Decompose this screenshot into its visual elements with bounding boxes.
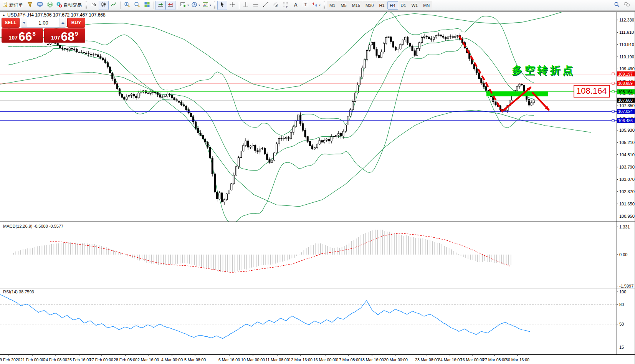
equidistant-channel-button[interactable]: E [271,1,281,10]
svg-text:19 Feb 2020: 19 Feb 2020 [0,357,20,362]
toolbar-separator [120,2,121,9]
deposit-icon [27,2,33,9]
crosshair-button[interactable] [227,1,237,10]
svg-text:110.910: 110.910 [619,42,634,47]
periods-button[interactable]: ▾ [190,1,201,10]
timeframe-m1-button[interactable]: M1 [327,1,338,10]
svg-text:12 Mar 16:00: 12 Mar 16:00 [289,357,313,362]
chevron-down-icon: ▾ [319,4,321,7]
buy-price[interactable]: 107689 [44,28,86,43]
sell-price-figure: 107 [9,35,18,41]
deposit-button[interactable] [25,1,35,10]
chat-icon [624,2,630,9]
timeframe-m5-button[interactable]: M5 [338,1,349,10]
zoom-in-icon [124,2,130,9]
svg-text:107.668: 107.668 [618,98,633,103]
chart-shift-button[interactable] [165,1,175,10]
zoom-in-button[interactable] [122,1,132,10]
bar-chart-button[interactable] [89,1,99,10]
candle-chart-icon [101,2,107,9]
svg-text:112.330: 112.330 [619,18,634,22]
text-label-button[interactable]: T [301,1,311,10]
svg-text:20 Mar 00:00: 20 Mar 00:00 [384,357,408,362]
signals-button[interactable] [45,1,55,10]
svg-text:106.486: 106.486 [618,118,633,123]
text-label-icon: T [303,2,309,9]
sell-button[interactable]: SELL [2,18,20,28]
vertical-line-button[interactable] [241,1,251,10]
svg-text:108.659: 108.659 [618,81,633,86]
chevron-down-icon: ▾ [187,4,189,7]
toolbar-grip[interactable] [86,2,87,9]
svg-text:2 Mar 16:00: 2 Mar 16:00 [137,357,159,362]
volume-input[interactable] [27,18,60,27]
fibonacci-icon: F [283,2,289,9]
candle-chart-button[interactable] [99,1,109,10]
fibonacci-button[interactable]: F [281,1,291,10]
svg-text:-1.5997: -1.5997 [619,284,633,288]
tile-windows-button[interactable] [142,1,152,10]
sell-price[interactable]: 107668 [2,28,43,43]
svg-text:26 Mar 00:00: 26 Mar 00:00 [460,357,484,362]
one-click-trading-panel: SELL BUY 107668 107689 [2,18,85,43]
web-terminal-icon [37,2,43,9]
mt4-window: 新订单自动交易▾▾▾EFAT▾M1M5M15M30H1H4D1W1MN 112.… [0,0,635,364]
trendline-button[interactable] [261,1,271,10]
auto-scroll-button[interactable] [155,1,165,10]
volume-decrease-button[interactable] [21,18,27,27]
auto-scroll-icon [157,2,164,9]
volume-stepper [21,18,66,28]
chart-canvas[interactable]: 112.330111.610110.910110.190109.490108.7… [0,0,635,364]
web-terminal-button[interactable] [35,1,45,10]
svg-text:103.070: 103.070 [619,177,635,182]
new-order-button[interactable]: 新订单 [1,1,25,10]
line-chart-button[interactable] [109,1,119,10]
svg-text:80: 80 [619,302,624,307]
volume-increase-button[interactable] [60,18,66,27]
timeframe-mn-button[interactable]: MN [420,1,432,10]
svg-text:100.950: 100.950 [619,214,635,218]
svg-text:109.197: 109.197 [618,72,633,76]
svg-text:T: T [304,2,307,7]
chat-button[interactable] [622,1,632,10]
timeframe-h4-button[interactable]: H4 [387,1,398,10]
zoom-out-button[interactable] [132,1,142,10]
svg-text:109.490: 109.490 [619,66,635,71]
arrows-button[interactable]: ▾ [311,1,322,10]
zoom-out-icon [134,2,140,9]
svg-text:4 Mar 00:00: 4 Mar 00:00 [161,357,183,362]
buy-button[interactable]: BUY [67,18,85,28]
chart-annotation-text: 多空转折点 [512,63,575,77]
buy-price-pips: 68 [61,31,74,42]
svg-text:27 Feb 00:00: 27 Feb 00:00 [89,357,113,362]
svg-text:10 Mar 00:00: 10 Mar 00:00 [241,357,265,362]
toolbar-grip[interactable] [214,2,215,9]
svg-text:107.024: 107.024 [618,109,633,114]
auto-trading-button[interactable]: 自动交易 [55,1,84,10]
timeframe-m15-button[interactable]: M15 [349,1,363,10]
bar-chart-icon [91,2,97,9]
buy-price-point: 9 [75,30,78,37]
text-button[interactable]: A [291,1,301,10]
buy-price-figure: 107 [51,35,60,41]
toolbar-grip[interactable] [324,2,325,9]
search-button[interactable] [612,1,622,10]
cursor-button[interactable] [217,1,227,10]
horizontal-line-button[interactable] [251,1,261,10]
timeframe-w1-button[interactable]: W1 [409,1,421,10]
timeframe-d1-button[interactable]: D1 [398,1,409,10]
svg-text:1.331: 1.331 [619,225,630,229]
timeframe-h1-button[interactable]: H1 [376,1,387,10]
panel-toggle-icon[interactable]: ▲ [2,13,5,17]
svg-text:15: 15 [619,345,624,349]
new-order-icon [2,2,8,9]
indicators-button[interactable]: ▾ [179,1,190,10]
svg-text:50: 50 [619,322,624,326]
sell-price-point: 8 [33,30,36,37]
templates-button[interactable]: ▾ [201,1,212,10]
svg-text:103.790: 103.790 [619,165,635,169]
rsi-indicator-label: RSI(14) 38.7593 [3,290,34,294]
svg-text:108.164: 108.164 [618,89,633,94]
svg-text:21 Feb 00:00: 21 Feb 00:00 [20,357,44,362]
timeframe-m30-button[interactable]: M30 [363,1,376,10]
